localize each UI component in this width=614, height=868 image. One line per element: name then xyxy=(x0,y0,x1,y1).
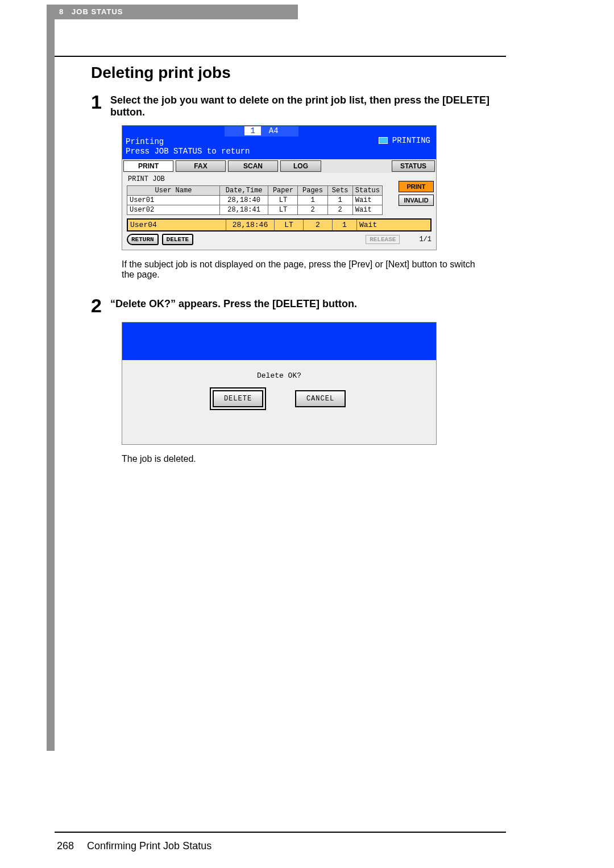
dialog-cancel-button[interactable]: CANCEL xyxy=(295,390,346,407)
tab-fax[interactable]: FAX xyxy=(176,160,226,172)
tab-print[interactable]: PRINT xyxy=(123,160,173,172)
step-1-number: 1 xyxy=(91,92,110,118)
col-datetime: Date,Time xyxy=(219,185,268,195)
side-buttons: PRINT INVALID xyxy=(399,181,434,208)
delete-button[interactable]: DELETE xyxy=(162,234,194,245)
printing-icon xyxy=(379,137,388,144)
step-1-text: Select the job you want to delete on the… xyxy=(110,92,512,118)
screen-footer: RETURN DELETE RELEASE 1/1 xyxy=(127,234,432,245)
return-button[interactable]: RETURN xyxy=(127,234,159,245)
paper-size: A4 xyxy=(269,126,279,135)
dialog-prompt: Delete OK? xyxy=(122,371,436,380)
table-row[interactable]: User02 28,18:41 LT 2 2 Wait xyxy=(127,205,383,214)
chapter-number: 8 xyxy=(59,7,64,16)
tab-log[interactable]: LOG xyxy=(280,160,321,172)
release-button[interactable]: RELEASE xyxy=(366,235,400,244)
step-1: 1 Select the job you want to delete on t… xyxy=(91,92,512,118)
page-number: 268 xyxy=(57,840,74,852)
job-table: User Name Date,Time Paper Pages Sets Sta… xyxy=(127,185,383,215)
caption-2: The job is deleted. xyxy=(122,454,486,464)
col-sets: Sets xyxy=(327,185,352,195)
col-status: Status xyxy=(352,185,382,195)
hint-text: Press JOB STATUS to return xyxy=(126,147,433,157)
paper-indicator: 1A4 xyxy=(225,126,298,137)
caption-1: If the subject job is not displayed on t… xyxy=(122,259,486,280)
col-pages: Pages xyxy=(298,185,327,195)
step-2: 2 “Delete OK?” appears. Press the [DELET… xyxy=(91,296,512,315)
status-right: PRINTING xyxy=(379,136,430,146)
dialog-header xyxy=(122,323,436,360)
tab-status[interactable]: STATUS xyxy=(392,160,435,172)
side-stripe xyxy=(47,19,55,751)
screenshot-job-list: 1A4 Printing Press JOB STATUS to return … xyxy=(122,125,437,250)
screenshot-confirm-dialog: Delete OK? DELETE CANCEL xyxy=(122,322,437,445)
step-2-text: “Delete OK?” appears. Press the [DELETE]… xyxy=(110,296,357,315)
tab-row: PRINT FAX SCAN LOG STATUS xyxy=(122,159,436,173)
section-title: Deleting print jobs xyxy=(91,64,512,82)
tray-number: 1 xyxy=(244,126,260,135)
side-print-button[interactable]: PRINT xyxy=(399,181,434,192)
list-label: PRINT JOB xyxy=(122,174,436,185)
divider-bottom xyxy=(55,832,506,833)
col-user: User Name xyxy=(127,185,220,195)
table-row[interactable]: User01 28,18:40 LT 1 1 Wait xyxy=(127,195,383,205)
pager-text: 1/1 xyxy=(419,235,432,243)
table-header-row: User Name Date,Time Paper Pages Sets Sta… xyxy=(127,185,383,195)
footer-title: Confirming Print Job Status xyxy=(87,840,211,852)
page-header: 8 JOB STATUS xyxy=(47,5,298,19)
status-bar: 1A4 Printing Press JOB STATUS to return … xyxy=(122,126,436,159)
side-invalid-button[interactable]: INVALID xyxy=(399,195,434,206)
col-paper: Paper xyxy=(268,185,298,195)
divider-top xyxy=(55,56,506,57)
chapter-title: JOB STATUS xyxy=(72,7,123,16)
page-footer: 268 Confirming Print Job Status xyxy=(57,840,211,852)
tab-scan[interactable]: SCAN xyxy=(228,160,278,172)
dialog-delete-button[interactable]: DELETE xyxy=(213,390,263,407)
step-2-number: 2 xyxy=(91,296,110,315)
selected-job-row[interactable]: User04 28,18:46 LT 2 1 Wait xyxy=(127,218,432,232)
